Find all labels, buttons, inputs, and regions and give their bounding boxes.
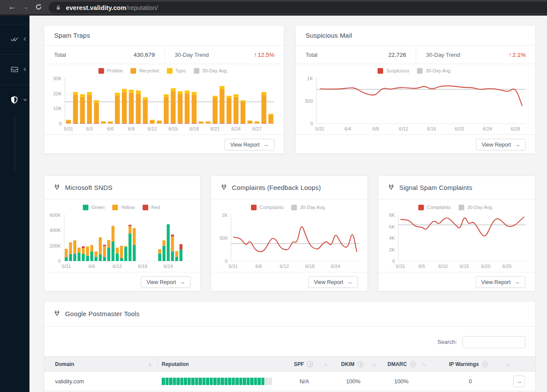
card-title: Google Postmaster Tools (65, 310, 140, 317)
signal-spam-card: Signal Spam Complaints Complaints30-Day … (378, 176, 535, 291)
microsoft-snds-chart: GreenYellowRed 0200K400K600K5/316/66/126… (45, 202, 198, 271)
card-title: Signal Spam Complaints (399, 184, 472, 191)
reputation-segment (239, 378, 243, 385)
svg-text:6/4: 6/4 (345, 126, 351, 131)
trend-label: 30-Day Trend (175, 52, 209, 58)
forward-button[interactable]: → (20, 1, 31, 13)
sort-icon[interactable]: ↑↓ (506, 356, 509, 372)
column-header-dkim[interactable]: DKIM? (341, 356, 364, 372)
svg-text:4K: 4K (389, 235, 395, 241)
svg-text:6/24: 6/24 (163, 264, 173, 269)
trend-value: ↑2.1% (508, 52, 526, 58)
sidebar-item-reputation[interactable] (0, 85, 29, 115)
sort-icon[interactable]: ↑↓ (422, 356, 425, 372)
chart-legend: PristineRecycledTypo30-Day Avg. (46, 65, 280, 76)
chart-plot: 0200K400K600K5/316/66/126/186/24 (45, 212, 198, 271)
spam-traps-stats: Total 430,679 30-Day Trend ↑12.5% (44, 46, 284, 64)
address-bar[interactable]: everest.validity.com/reputation/ (49, 2, 547, 13)
help-icon[interactable]: ? (410, 361, 416, 367)
svg-text:6/10: 6/10 (439, 264, 448, 269)
reload-icon (35, 3, 42, 10)
legend-swatch (130, 68, 136, 74)
sort-icon[interactable]: ↑↓ (324, 356, 327, 372)
reputation-segment (228, 378, 231, 385)
row-detail-arrow-button[interactable]: → (513, 376, 525, 387)
sort-icon[interactable]: ↑↓ (372, 356, 375, 372)
url-path: /reputation/ (127, 4, 158, 11)
view-report-button[interactable]: View Report→ (141, 276, 191, 288)
legend-swatch (417, 68, 423, 74)
arrow-right-icon: → (514, 279, 520, 285)
svg-text:0: 0 (392, 258, 395, 264)
inbox-icon (10, 66, 19, 73)
total-label: Total (306, 52, 317, 58)
chevron-left-icon (23, 36, 28, 42)
table-row[interactable]: validity.com N/A 100% 100% 0 → (44, 372, 535, 391)
reputation-segment (261, 378, 265, 385)
legend-swatch (112, 205, 118, 210)
svg-text:6/12: 6/12 (399, 126, 408, 131)
reputation-segment (206, 378, 209, 385)
total-value: 22,726 (388, 52, 406, 58)
reputation-segment (162, 378, 165, 385)
reputation-segment (195, 378, 199, 385)
legend-swatch (378, 68, 383, 74)
view-report-button[interactable]: View Report→ (225, 139, 274, 150)
arrow-right-icon: → (263, 141, 269, 148)
reputation-bar (162, 378, 272, 385)
card-title: Microsoft SNDS (65, 184, 113, 191)
sidebar-item-inbox[interactable] (0, 54, 29, 85)
svg-text:6/28: 6/28 (511, 126, 520, 131)
reputation-segment (176, 378, 180, 385)
sort-icon[interactable]: ↑↓ (148, 356, 151, 372)
legend-item: Suspicious (378, 68, 409, 74)
complaints-fbl-chart: Complaints30-Day Avg. 05001K5/316/66/126… (212, 202, 365, 271)
legend-item: Green (83, 205, 105, 210)
svg-text:500: 500 (305, 98, 313, 104)
column-header-reputation[interactable]: Reputation (162, 356, 189, 372)
reputation-segment (188, 378, 191, 385)
help-icon[interactable]: ? (358, 361, 364, 367)
suspicious-mail-card: Suspicious Mail Total 22,726 30-Day Tren… (295, 25, 536, 154)
column-header-spf[interactable]: SPF? (294, 356, 313, 372)
svg-text:6/21: 6/21 (210, 126, 219, 131)
svg-text:6/27: 6/27 (252, 126, 261, 131)
legend-swatch (459, 205, 464, 210)
dkim-cell: 100% (340, 372, 366, 391)
legend-swatch (291, 205, 297, 210)
arrow-right-icon: → (514, 141, 520, 148)
reload-button[interactable] (33, 1, 44, 13)
back-button[interactable]: ← (7, 1, 18, 13)
column-header-dmarc[interactable]: DMARC? (387, 356, 416, 372)
svg-text:5/31: 5/31 (64, 126, 73, 131)
view-report-button[interactable]: View Report→ (308, 276, 358, 288)
svg-text:0: 0 (59, 121, 62, 126)
sidebar (0, 16, 29, 392)
shield-icon (10, 96, 18, 104)
help-icon[interactable]: ? (307, 361, 313, 367)
svg-text:6/8: 6/8 (372, 126, 379, 131)
spf-cell: N/A (291, 372, 317, 391)
chart-plot: 010K20K30K5/316/36/66/96/126/156/186/216… (46, 76, 280, 133)
view-report-button[interactable]: View Report→ (475, 276, 525, 288)
svg-text:2K: 2K (389, 247, 395, 252)
chart-legend: Complaints30-Day Avg. (379, 202, 532, 212)
double-check-icon (10, 36, 19, 43)
sidebar-item-verification[interactable] (0, 24, 29, 54)
svg-text:6/12: 6/12 (280, 264, 289, 269)
svg-text:30K: 30K (53, 76, 62, 81)
reputation-segment (235, 378, 239, 385)
column-header-domain[interactable]: Domain (55, 356, 74, 372)
svg-text:5/31: 5/31 (315, 126, 324, 131)
search-input[interactable] (462, 336, 525, 348)
view-report-button[interactable]: View Report→ (476, 139, 526, 150)
column-header-ip-warnings[interactable]: IP Warnings? (449, 356, 488, 372)
suspicious-mail-stats: Total 22,726 30-Day Trend ↑2.1% (296, 46, 535, 64)
header-divider (158, 356, 158, 372)
svg-text:6/15: 6/15 (460, 264, 469, 269)
reputation-segment (225, 378, 228, 385)
help-icon[interactable]: ? (482, 361, 488, 367)
svg-text:500: 500 (220, 235, 228, 241)
reputation-segment (243, 378, 246, 385)
reputation-segment (269, 378, 272, 385)
